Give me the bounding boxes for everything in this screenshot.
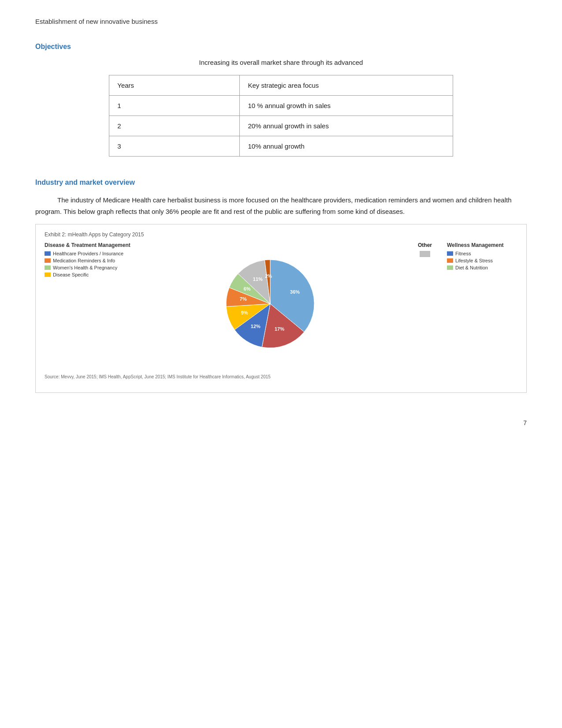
legend-item-other: [420, 251, 430, 257]
swatch-other: [420, 251, 430, 257]
focus-1: 10 % annual growth in sales: [240, 96, 453, 116]
legend-right-title: Wellness Management: [447, 242, 517, 248]
year-2: 2: [109, 116, 240, 136]
page-number: 7: [35, 419, 527, 426]
slice-label-5: 6%: [243, 286, 250, 291]
legend-item-4: Disease Specific: [45, 272, 133, 277]
focus-2: 20% annual growth in sales: [240, 116, 453, 136]
swatch-disease: [45, 273, 51, 277]
legend-item-diet: Diet & Nutrition: [447, 265, 517, 270]
pie-chart-svg: 36%17%12%9%7%6%11%2%: [204, 242, 336, 366]
legend-item-1: Healthcare Providers / Insurance: [45, 251, 133, 256]
col-years-header: Years: [109, 75, 240, 96]
legend-right: Wellness Management Fitness Lifestyle & …: [447, 242, 517, 272]
industry-heading: Industry and market overview: [35, 179, 527, 187]
slice-label-3: 9%: [241, 310, 248, 315]
page-header: Establishment of new innovative business: [35, 18, 527, 25]
slice-label-7: 2%: [265, 273, 272, 279]
slice-label-1: 17%: [274, 326, 284, 332]
pie-chart-wrapper: 36%17%12%9%7%6%11%2% (function(){ const …: [204, 242, 336, 367]
slice-label-4: 7%: [239, 296, 246, 302]
slice-label-6: 11%: [253, 276, 262, 282]
header-title: Establishment of new innovative business: [35, 18, 158, 25]
swatch-providers: [45, 251, 51, 256]
legend-middle-title: Other: [418, 242, 432, 248]
objectives-intro: Increasing its overall market share thro…: [35, 59, 527, 66]
pie-chart-area: 36%17%12%9%7%6%11%2% (function(){ const …: [137, 242, 403, 367]
objectives-section: Objectives Increasing its overall market…: [35, 43, 527, 157]
objectives-heading: Objectives: [35, 43, 527, 51]
legend-label-disease: Disease Specific: [53, 272, 89, 277]
focus-3: 10% annual growth: [240, 136, 453, 157]
legend-left-title: Disease & Treatment Management: [45, 242, 133, 248]
slice-label-0: 36%: [290, 289, 300, 295]
legend-label-fitness: Fitness: [455, 251, 471, 256]
table-row: 1 10 % annual growth in sales: [109, 96, 453, 116]
legend-label-medication: Medication Reminders & Info: [53, 258, 115, 263]
slice-label-2: 12%: [250, 324, 260, 329]
legend-label-lifestyle: Lifestyle & Stress: [455, 258, 493, 263]
swatch-medication: [45, 258, 51, 263]
swatch-lifestyle: [447, 258, 453, 263]
chart-source: Source: Mevvy, June 2015; IMS Health, Ap…: [45, 374, 517, 379]
col-focus-header: Key strategic area focus: [240, 75, 453, 96]
industry-section: Industry and market overview The industr…: [35, 179, 527, 393]
chart-container: Exhibit 2: mHealth Apps by Category 2015…: [35, 224, 527, 393]
legend-middle: Other: [407, 242, 443, 259]
legend-item-2: Medication Reminders & Info: [45, 258, 133, 263]
table-row: 3 10% annual growth: [109, 136, 453, 157]
legend-label-providers: Healthcare Providers / Insurance: [53, 251, 123, 256]
industry-paragraph: The industry of Medicare Health care her…: [35, 194, 527, 217]
table-row: 2 20% annual growth in sales: [109, 116, 453, 136]
legend-item-lifestyle: Lifestyle & Stress: [447, 258, 517, 263]
legend-label-diet: Diet & Nutrition: [455, 265, 488, 270]
table-header-row: Years Key strategic area focus: [109, 75, 453, 96]
swatch-womens: [45, 265, 51, 270]
legend-label-womens: Women's Health & Pregnancy: [53, 265, 117, 270]
year-3: 3: [109, 136, 240, 157]
legend-item-3: Women's Health & Pregnancy: [45, 265, 133, 270]
chart-exhibit-label: Exhibit 2: mHealth Apps by Category 2015: [45, 231, 517, 238]
swatch-diet: [447, 265, 453, 270]
year-1: 1: [109, 96, 240, 116]
legend-item-fitness: Fitness: [447, 251, 517, 256]
legend-left: Disease & Treatment Management Healthcar…: [45, 242, 133, 279]
chart-inner: Disease & Treatment Management Healthcar…: [45, 242, 517, 367]
swatch-fitness: [447, 251, 453, 256]
objectives-table: Years Key strategic area focus 1 10 % an…: [109, 75, 453, 157]
